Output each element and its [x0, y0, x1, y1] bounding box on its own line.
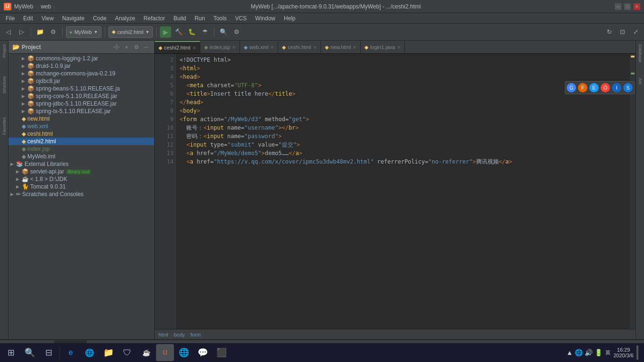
java-taskbar-btn[interactable]: ☕ [137, 344, 155, 361]
menu-run[interactable]: Run [191, 14, 209, 23]
tab-close-icon[interactable]: ✕ [313, 45, 317, 50]
tree-item[interactable]: ▶ 📦 druid-1.0.9.jar [8, 62, 154, 70]
tree-item[interactable]: ▶ 🐈 Tomcat 9.0.31 [8, 183, 154, 190]
tab-close-icon[interactable]: ✕ [232, 45, 236, 50]
maximize-editor-btn[interactable]: ⤢ [630, 26, 641, 38]
tree-item[interactable]: ▶ 📦 servlet-api.jar library root [8, 168, 154, 175]
task-view-btn[interactable]: ⊟ [40, 344, 58, 361]
tree-item[interactable]: ◆ web.xml [8, 123, 154, 130]
menu-code[interactable]: Code [89, 14, 110, 23]
menu-analyze[interactable]: Analyze [111, 14, 139, 23]
bc-html[interactable]: html [158, 332, 168, 337]
tree-item[interactable]: ◆ MyWeb.iml [8, 153, 154, 160]
project-settings-icon[interactable]: ⚙ [132, 43, 140, 51]
project-dropdown[interactable]: ● MyWeb ▼ [66, 26, 101, 38]
explorer-taskbar-btn[interactable]: 📁 [99, 344, 117, 361]
tray-volume-icon[interactable]: 🔊 [585, 349, 593, 356]
tray-battery-icon[interactable]: 🔋 [594, 349, 603, 356]
input-lang[interactable]: 英 [605, 349, 611, 356]
ant-tab[interactable]: Ant [637, 76, 644, 86]
tree-item[interactable]: ▶ 📦 spring-jdbc-5.1.10.RELEASE.jar [8, 100, 154, 107]
start-btn[interactable]: ⊞ [2, 344, 20, 361]
project-tab[interactable]: Project [1, 42, 8, 59]
external-libs-item[interactable]: ▶ 📚 External Libraries [8, 160, 154, 168]
search-taskbar-btn[interactable]: 🔍 [21, 344, 39, 361]
menu-window[interactable]: Window [251, 14, 279, 23]
tree-item[interactable]: ▶ 📦 mchange-commons-java-0.2.19 [8, 70, 154, 77]
scroll-to-icon[interactable]: ⌖ [122, 43, 131, 51]
menu-edit[interactable]: Edit [19, 14, 37, 23]
menu-refactor[interactable]: Refactor [140, 14, 169, 23]
maximize-btn[interactable]: □ [624, 3, 631, 10]
ie-taskbar-btn[interactable]: 🌐 [81, 344, 99, 361]
tree-item[interactable]: ▶ 📦 commons-logging-1.2.jar [8, 55, 154, 62]
tree-item[interactable]: ◆ ceshi.html [8, 130, 154, 138]
tray-up-icon[interactable]: ▲ [566, 349, 573, 356]
edge-taskbar-btn[interactable]: e [62, 344, 80, 361]
edge-icon[interactable]: E [589, 83, 599, 92]
menu-vcs[interactable]: VCS [231, 14, 251, 23]
build-btn[interactable]: 🔨 [173, 26, 184, 38]
wechat-taskbar-btn[interactable]: 💬 [194, 344, 212, 361]
tree-item[interactable]: ▶ 📦 spring-beans-5.1.10.RELEASE.ja [8, 85, 154, 92]
bc-form[interactable]: form [190, 332, 201, 337]
safari-icon[interactable]: S [623, 83, 633, 92]
code-content[interactable]: <!DOCTYPE html> <html> <head> <meta char… [176, 54, 630, 329]
tab-close-icon[interactable]: ✕ [353, 45, 356, 50]
code-editor[interactable]: 2 3 4 5 6 7 8 9 10 11 12 13 14 <!DOCTYPE… [155, 54, 636, 329]
collapse-icon[interactable]: ─ [142, 43, 150, 51]
new-item-icon[interactable]: ➕ [112, 43, 121, 51]
sync-btn[interactable]: ↻ [603, 26, 615, 38]
tab-close-icon[interactable]: ✕ [192, 45, 196, 50]
idea-taskbar-btn[interactable]: IJ [156, 344, 174, 361]
tree-item[interactable]: ◆ index.jsp [8, 145, 154, 153]
menu-help[interactable]: Help [280, 14, 299, 23]
tab-ceshi[interactable]: ◆ ceshi.html ✕ [278, 41, 321, 53]
show-desktop-btn[interactable] [636, 346, 638, 360]
debug-btn[interactable]: 🐛 [186, 26, 198, 38]
tree-item[interactable]: ▶ 📦 ojdbc8.jar [8, 77, 154, 85]
chrome-icon[interactable]: G [567, 83, 576, 92]
tab-webxml[interactable]: ◆ web.xml ✕ [240, 41, 278, 53]
tree-item[interactable]: ▶ ☕ < 1.8 > D:\JDK [8, 175, 154, 183]
bc-body[interactable]: body [173, 332, 185, 337]
search-btn[interactable]: 🔍 [218, 26, 229, 38]
tab-ceshi2[interactable]: ◆ ceshi2.html ✕ [155, 41, 200, 53]
close-btn[interactable]: ✕ [634, 3, 640, 10]
tab-new[interactable]: ◆ new.html ✕ [321, 41, 361, 53]
tree-item[interactable]: ◆ new.html [8, 115, 154, 123]
win-security-btn[interactable]: 🛡 [118, 344, 136, 361]
coverage-btn[interactable]: ☂ [199, 26, 211, 38]
layout-btn[interactable]: ⊡ [617, 26, 628, 38]
structure-tab[interactable]: Structure [1, 74, 8, 96]
toolbar-back-btn[interactable]: ◁ [3, 26, 14, 38]
toolbar-folder-btn[interactable]: 📁 [34, 26, 46, 38]
menu-tools[interactable]: Tools [210, 14, 231, 23]
minimize-btn[interactable]: ─ [615, 3, 621, 10]
cmd-taskbar-btn[interactable]: ⬛ [213, 344, 231, 361]
ie-icon[interactable]: I [612, 83, 621, 92]
tab-close-icon[interactable]: ✕ [397, 45, 401, 50]
tray-network-icon[interactable]: 🌐 [575, 349, 583, 356]
opera-icon[interactable]: O [601, 83, 610, 92]
toolbar-forward-btn[interactable]: ▷ [16, 26, 27, 38]
tab-login1[interactable]: ◆ login1.java ✕ [361, 41, 405, 53]
database-tab[interactable]: Database [637, 42, 644, 65]
favorites-tab[interactable]: Favorites [1, 115, 8, 137]
menu-view[interactable]: View [38, 14, 58, 23]
firefox-icon[interactable]: F [578, 83, 587, 92]
toolbar-settings-btn[interactable]: ⚙ [48, 26, 59, 38]
tree-item[interactable]: ▶ 📦 spring-tx-5.1.10.RELEASE.jar [8, 107, 154, 115]
tree-item[interactable]: ▶ 📦 spring-core-5.1.10.RELEASE.jar [8, 92, 154, 100]
settings-btn[interactable]: ⚙ [231, 26, 242, 38]
file-dropdown[interactable]: ◆ ceshi2.html ▼ [108, 26, 153, 38]
scratches-item[interactable]: ▶ ✏ Scratches and Consoles [8, 190, 154, 198]
menu-file[interactable]: File [2, 14, 18, 23]
tab-close-icon[interactable]: ✕ [270, 45, 274, 50]
tree-item-selected[interactable]: ◆ ceshi2.html [8, 138, 154, 145]
tab-index[interactable]: ◆ index.jsp ✕ [200, 41, 240, 53]
menu-build[interactable]: Build [170, 14, 190, 23]
menu-navigate[interactable]: Navigate [58, 14, 88, 23]
run-button[interactable]: ▶ [160, 26, 171, 38]
chrome-taskbar-btn[interactable]: 🌐 [175, 344, 193, 361]
